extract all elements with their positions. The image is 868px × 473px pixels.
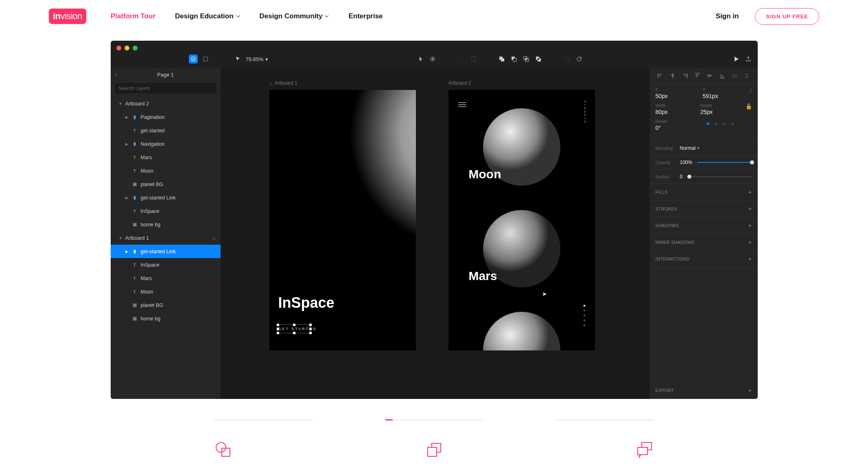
plus-icon: +	[748, 206, 752, 212]
signup-button[interactable]: SIGN UP FREE	[755, 8, 819, 25]
svg-point-2	[432, 58, 433, 60]
layer-item[interactable]: ▶▮Pagination	[111, 110, 221, 124]
layer-label: planet BG	[141, 182, 164, 187]
radius-slider[interactable]	[687, 176, 752, 177]
align-middle[interactable]	[704, 72, 715, 80]
opacity-slider[interactable]	[697, 162, 752, 163]
page-title[interactable]: Page 1	[157, 72, 174, 78]
layer-artboard[interactable]: ▼Artboard 2	[111, 97, 221, 110]
layer-label: Mars	[141, 155, 152, 160]
text-icon: T	[132, 289, 138, 294]
layer-item[interactable]: ▣home bg	[111, 218, 221, 231]
nav-enterprise[interactable]: Enterprise	[348, 12, 383, 20]
mask-tool[interactable]	[562, 55, 571, 64]
distribute-h[interactable]	[729, 72, 740, 80]
align-center-h[interactable]	[667, 72, 678, 80]
selection-box[interactable]	[278, 324, 311, 333]
geometry-section: X50px Y591px ⟟ Width80px Height25px 🔓 Ro…	[650, 84, 758, 141]
signin-link[interactable]: Sign in	[716, 12, 739, 20]
x-value[interactable]: 50px	[656, 93, 696, 99]
artboard-1[interactable]: ⌂Artboard 1 InSpace GET STARTED	[269, 90, 416, 350]
play-preview[interactable]	[732, 55, 741, 64]
layer-item-selected[interactable]: ▶▮get-started Link	[111, 245, 221, 258]
y-value[interactable]: 591px	[703, 93, 743, 99]
radius-row[interactable]: Radius 0	[650, 170, 758, 184]
layer-item[interactable]: TMars	[111, 272, 221, 285]
strokes-section[interactable]: STROKES+	[650, 201, 758, 217]
layer-label: Moon	[141, 289, 153, 295]
layer-label: Artboard 2	[125, 101, 149, 107]
shadows-section[interactable]: SHADOWS+	[650, 217, 758, 234]
flip-controls[interactable]	[707, 123, 752, 125]
back-arrow[interactable]: ‹	[116, 72, 117, 78]
align-top[interactable]	[692, 72, 703, 80]
fills-section[interactable]: FILLS+	[650, 184, 758, 201]
layers-panel: ‹ Page 1 Search Layers ▼Artboard 2 ▶▮Pag…	[111, 68, 221, 399]
layers-toggle[interactable]	[189, 55, 198, 64]
plus-icon: +	[748, 222, 752, 229]
radius-value: 0	[680, 174, 683, 180]
layer-label: get-started Link	[141, 249, 176, 254]
settings-tool[interactable]	[428, 55, 437, 64]
align-left[interactable]	[655, 72, 666, 80]
indicator[interactable]	[214, 419, 312, 420]
pointer-tool[interactable]	[234, 55, 243, 64]
nav-label: Design Education	[175, 12, 234, 20]
height-value[interactable]: 25px	[700, 109, 739, 115]
close-dot[interactable]	[116, 46, 121, 50]
cursor-icon: ➤	[542, 291, 547, 297]
nav-platform-tour[interactable]: Platform Tour	[111, 12, 155, 20]
svg-rect-27	[428, 447, 437, 456]
layer-artboard[interactable]: ▼Artboard 1⌂	[111, 231, 221, 245]
pin-icon[interactable]: ⟟	[750, 88, 752, 99]
layer-item[interactable]: ▣home bg	[111, 312, 221, 325]
width-value[interactable]: 80px	[656, 109, 694, 115]
layer-item[interactable]: ▣planet BG	[111, 298, 221, 312]
canvas[interactable]: ⌂Artboard 1 InSpace GET STARTED Artboard…	[221, 68, 650, 399]
inner-shadows-section[interactable]: INNER SHADOWS+	[650, 234, 758, 251]
subtract-tool[interactable]	[509, 55, 518, 64]
artboard-label[interactable]: Artboard 2	[448, 80, 471, 86]
refresh-tool[interactable]	[575, 55, 584, 64]
layer-item[interactable]: ▶▮Navigation	[111, 137, 221, 151]
layer-item[interactable]: TMars	[111, 151, 221, 164]
export-section[interactable]: EXPORT+	[650, 382, 758, 399]
svg-rect-23	[746, 77, 748, 78]
layer-item[interactable]: Tget started	[111, 124, 221, 137]
zoom-dropdown[interactable]: 79.85%▾	[246, 55, 268, 64]
indicator[interactable]	[556, 419, 654, 420]
layer-item[interactable]: TMoon	[111, 164, 221, 177]
nav-design-education[interactable]: Design Education	[175, 12, 240, 20]
bolt-tool[interactable]	[416, 55, 425, 64]
invision-logo[interactable]: invision	[49, 9, 86, 24]
interactions-section[interactable]: INTERACTIONS+	[650, 251, 758, 267]
moon-label: Moon	[469, 167, 501, 181]
align-bottom[interactable]	[716, 72, 728, 80]
zoom-dot[interactable]	[133, 46, 138, 50]
difference-tool[interactable]	[534, 55, 543, 64]
union-tool[interactable]	[497, 55, 506, 64]
image-icon: ▣	[132, 222, 138, 227]
nav-design-community[interactable]: Design Community	[260, 12, 329, 20]
search-input[interactable]: Search Layers	[115, 83, 216, 94]
layer-item[interactable]: TInSpace	[111, 258, 221, 272]
opacity-row[interactable]: Opacity 100%	[650, 155, 758, 170]
align-right[interactable]	[679, 72, 691, 80]
layer-item[interactable]: ▶▮get-started Link	[111, 191, 221, 204]
layer-item[interactable]: TInSpace	[111, 204, 221, 218]
share-button[interactable]	[744, 55, 753, 64]
path-tool[interactable]	[457, 55, 466, 64]
intersect-tool[interactable]	[522, 55, 531, 64]
rotate-value[interactable]: 0°	[656, 125, 701, 131]
layer-item[interactable]: TMoon	[111, 285, 221, 298]
distribute-v[interactable]	[741, 72, 752, 80]
layer-item[interactable]: ▣planet BG	[111, 177, 221, 191]
blending-row[interactable]: Blending Normal ▾	[650, 141, 758, 155]
artboard-label[interactable]: ⌂Artboard 1	[269, 80, 297, 86]
lock-icon[interactable]: 🔓	[746, 103, 752, 115]
library-toggle[interactable]	[201, 55, 210, 64]
indicator-active[interactable]	[385, 419, 483, 420]
minimize-dot[interactable]	[125, 46, 129, 50]
crop-tool[interactable]	[469, 55, 478, 64]
artboard-2[interactable]: Artboard 2 PLANETS Moon Mars	[448, 90, 595, 350]
